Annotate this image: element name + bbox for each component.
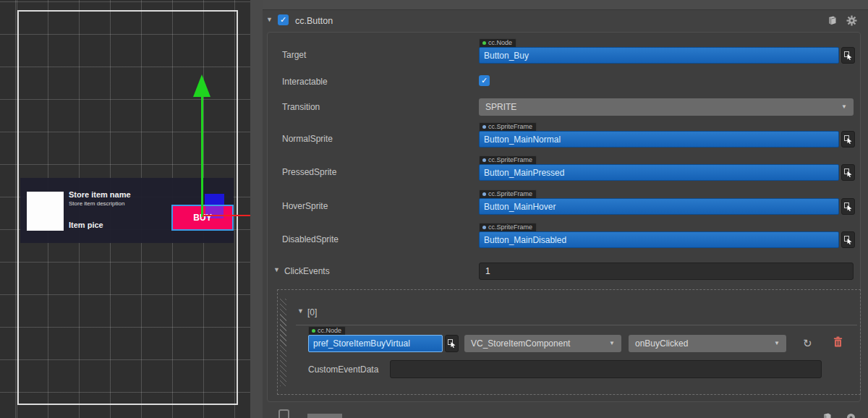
custom-event-data-label: CustomEventData: [308, 364, 378, 375]
target-row: Target cc.Node Button_Buy: [282, 38, 854, 72]
node-type-dot-icon: [482, 41, 486, 45]
gizmo-y-axis-arrow[interactable]: [193, 74, 210, 97]
pressed-sprite-row: PressedSprite cc.SpriteFrame Button_Main…: [282, 155, 854, 189]
dropdown-arrow-icon: ▼: [774, 341, 780, 346]
clickevents-group-box: ▼ [0] cc.Node pref_StoreItemBuyVirtual V…: [277, 289, 861, 395]
settings-gear-icon[interactable]: [846, 412, 856, 418]
transition-dropdown[interactable]: SPRITE ▼: [479, 98, 854, 116]
clickevents-label: ClickEvents: [284, 266, 330, 276]
disabled-sprite-picker-button[interactable]: [841, 231, 855, 248]
normal-sprite-picker-button[interactable]: [841, 131, 855, 148]
disabled-sprite-label: DisabledSprite: [282, 234, 339, 244]
target-object-field[interactable]: Button_Buy: [479, 47, 839, 64]
next-component-partial-label: [307, 414, 342, 418]
next-component-checkbox[interactable]: [278, 409, 289, 418]
spriteframe-type-dot-icon: [482, 125, 486, 129]
pressed-sprite-picker-button[interactable]: [841, 164, 855, 181]
interactable-label: Interactable: [282, 77, 328, 87]
event0-node-picker-button[interactable]: [445, 335, 459, 352]
refresh-icon[interactable]: ↻: [803, 338, 812, 349]
event0-handler-dropdown[interactable]: onBuyClicked ▼: [629, 335, 786, 352]
event0-node-field[interactable]: pref_StoreItemBuyVirtual: [308, 335, 443, 352]
disabled-sprite-field[interactable]: Button_MainDisabled: [479, 231, 839, 248]
target-label: Target: [282, 50, 306, 60]
inspector-top-bar: [263, 0, 868, 10]
panel-divider[interactable]: [250, 0, 263, 418]
hover-sprite-row: HoverSprite cc.SpriteFrame Button_MainHo…: [282, 189, 854, 223]
normal-sprite-row: NormalSprite cc.SpriteFrame Button_MainN…: [282, 122, 854, 155]
event0-separator: [296, 325, 857, 325]
normal-sprite-field[interactable]: Button_MainNormal: [479, 131, 839, 148]
normal-sprite-label: NormalSprite: [282, 134, 333, 144]
settings-gear-icon[interactable]: [846, 15, 857, 26]
custom-event-data-input[interactable]: [390, 360, 822, 378]
scene-view[interactable]: Store item name Store item description I…: [0, 0, 250, 418]
spriteframe-type-dot-icon: [482, 226, 486, 229]
spriteframe-type-dot-icon: [482, 192, 486, 196]
node-type-dot-icon: [312, 329, 315, 333]
clickevents-collapse-arrow-icon[interactable]: ▼: [273, 267, 280, 273]
hover-sprite-label: HoverSprite: [282, 201, 328, 211]
hover-sprite-picker-button[interactable]: [841, 198, 855, 215]
event0-component-dropdown[interactable]: VC_StoreItemComponent ▼: [464, 335, 621, 352]
store-item-icon: [27, 192, 64, 231]
spriteframe-type-dot-icon: [482, 158, 486, 162]
store-item-description: Store item description: [69, 200, 124, 207]
hover-sprite-field[interactable]: Button_MainHover: [479, 198, 839, 215]
gizmo-y-axis-line[interactable]: [201, 95, 203, 217]
event0-index-label: [0]: [307, 307, 317, 317]
collapse-arrow-icon[interactable]: ▼: [266, 17, 273, 23]
disabled-sprite-row: DisabledSprite cc.SpriteFrame Button_Mai…: [282, 223, 854, 256]
pressed-sprite-field[interactable]: Button_MainPressed: [479, 164, 839, 181]
dropdown-arrow-icon: ▼: [609, 341, 615, 346]
dropdown-arrow-icon: ▼: [841, 104, 847, 110]
store-item-price: Item pice: [69, 221, 103, 229]
help-book-icon[interactable]: [827, 15, 838, 26]
component-title: cc.Button: [295, 16, 333, 26]
group-hatch-strip: [280, 299, 286, 386]
inspector-panel: ▼ ✓ cc.Button: [263, 0, 868, 418]
event0-collapse-arrow-icon[interactable]: ▼: [297, 308, 304, 315]
target-picker-button[interactable]: [841, 47, 855, 64]
component-enabled-checkbox[interactable]: ✓: [278, 14, 289, 25]
help-book-icon[interactable]: [822, 412, 833, 418]
component-header: ▼ ✓ cc.Button: [263, 9, 868, 32]
transition-label: Transition: [282, 102, 320, 112]
trash-icon[interactable]: [833, 336, 843, 350]
pressed-sprite-label: PressedSprite: [282, 167, 336, 177]
clickevents-count-field[interactable]: 1: [479, 263, 854, 280]
store-item-name: Store item name: [69, 190, 131, 199]
gizmo-x-axis-line[interactable]: [203, 215, 250, 216]
interactable-checkbox[interactable]: ✓: [479, 75, 490, 86]
